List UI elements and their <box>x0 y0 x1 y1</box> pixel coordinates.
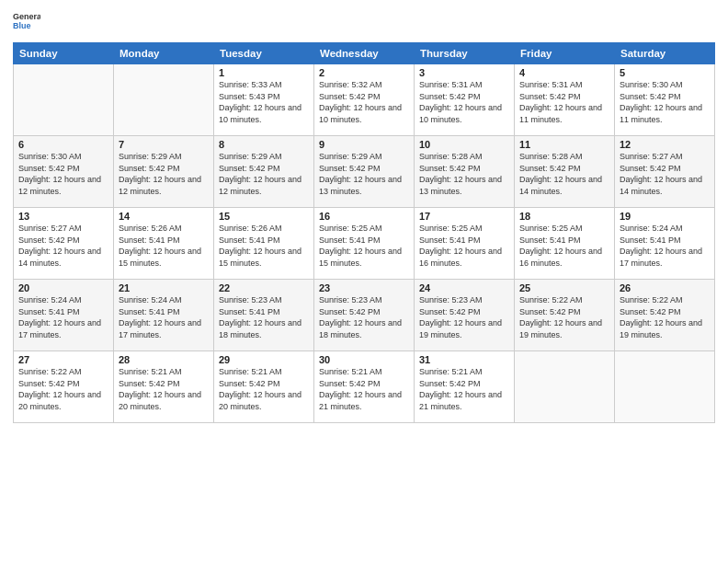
day-number: 19 <box>620 211 710 222</box>
calendar-cell: 13Sunrise: 5:27 AM Sunset: 5:42 PM Dayli… <box>14 208 114 280</box>
day-info: Sunrise: 5:29 AM Sunset: 5:42 PM Dayligh… <box>219 151 309 197</box>
calendar-cell: 21Sunrise: 5:24 AM Sunset: 5:41 PM Dayli… <box>114 280 214 351</box>
day-info: Sunrise: 5:25 AM Sunset: 5:41 PM Dayligh… <box>419 223 509 269</box>
svg-text:General: General <box>13 12 40 21</box>
calendar-cell: 2Sunrise: 5:32 AM Sunset: 5:42 PM Daylig… <box>314 64 415 136</box>
header: General Blue <box>13 9 715 37</box>
svg-text:Blue: Blue <box>13 21 31 30</box>
calendar-cell: 7Sunrise: 5:29 AM Sunset: 5:42 PM Daylig… <box>114 136 214 208</box>
calendar-cell: 10Sunrise: 5:28 AM Sunset: 5:42 PM Dayli… <box>415 136 515 208</box>
weekday-header-row: SundayMondayTuesdayWednesdayThursdayFrid… <box>14 43 715 64</box>
day-number: 22 <box>219 282 309 293</box>
calendar-week-row: 13Sunrise: 5:27 AM Sunset: 5:42 PM Dayli… <box>14 208 715 280</box>
calendar-cell: 8Sunrise: 5:29 AM Sunset: 5:42 PM Daylig… <box>214 136 314 208</box>
calendar-week-row: 20Sunrise: 5:24 AM Sunset: 5:41 PM Dayli… <box>14 280 715 351</box>
calendar-week-row: 1Sunrise: 5:33 AM Sunset: 5:43 PM Daylig… <box>14 64 715 136</box>
day-info: Sunrise: 5:22 AM Sunset: 5:42 PM Dayligh… <box>519 294 609 340</box>
calendar-table: SundayMondayTuesdayWednesdayThursdayFrid… <box>13 42 715 423</box>
day-info: Sunrise: 5:33 AM Sunset: 5:43 PM Dayligh… <box>219 79 309 125</box>
calendar-cell: 16Sunrise: 5:25 AM Sunset: 5:41 PM Dayli… <box>314 208 415 280</box>
day-number: 5 <box>620 67 710 78</box>
weekday-header-tuesday: Tuesday <box>214 43 314 64</box>
calendar-cell: 17Sunrise: 5:25 AM Sunset: 5:41 PM Dayli… <box>415 208 515 280</box>
day-number: 4 <box>519 67 609 78</box>
calendar-cell: 3Sunrise: 5:31 AM Sunset: 5:42 PM Daylig… <box>415 64 515 136</box>
day-number: 25 <box>519 282 609 293</box>
calendar-cell: 31Sunrise: 5:21 AM Sunset: 5:42 PM Dayli… <box>415 351 515 423</box>
day-info: Sunrise: 5:22 AM Sunset: 5:42 PM Dayligh… <box>18 366 108 412</box>
day-number: 24 <box>419 282 509 293</box>
day-number: 3 <box>419 67 509 78</box>
calendar-cell: 1Sunrise: 5:33 AM Sunset: 5:43 PM Daylig… <box>214 64 314 136</box>
day-info: Sunrise: 5:29 AM Sunset: 5:42 PM Dayligh… <box>319 151 409 197</box>
weekday-header-thursday: Thursday <box>415 43 515 64</box>
day-info: Sunrise: 5:21 AM Sunset: 5:42 PM Dayligh… <box>419 366 509 412</box>
day-info: Sunrise: 5:23 AM Sunset: 5:41 PM Dayligh… <box>219 294 309 340</box>
day-info: Sunrise: 5:24 AM Sunset: 5:41 PM Dayligh… <box>119 294 209 340</box>
calendar-cell: 23Sunrise: 5:23 AM Sunset: 5:42 PM Dayli… <box>314 280 415 351</box>
day-number: 28 <box>119 354 209 365</box>
calendar-week-row: 6Sunrise: 5:30 AM Sunset: 5:42 PM Daylig… <box>14 136 715 208</box>
calendar-cell <box>14 64 114 136</box>
day-info: Sunrise: 5:32 AM Sunset: 5:42 PM Dayligh… <box>319 79 409 125</box>
calendar-cell: 29Sunrise: 5:21 AM Sunset: 5:42 PM Dayli… <box>214 351 314 423</box>
day-info: Sunrise: 5:31 AM Sunset: 5:42 PM Dayligh… <box>519 79 609 125</box>
weekday-header-sunday: Sunday <box>14 43 114 64</box>
calendar-cell: 20Sunrise: 5:24 AM Sunset: 5:41 PM Dayli… <box>14 280 114 351</box>
day-number: 21 <box>119 282 209 293</box>
calendar-cell: 22Sunrise: 5:23 AM Sunset: 5:41 PM Dayli… <box>214 280 314 351</box>
day-info: Sunrise: 5:30 AM Sunset: 5:42 PM Dayligh… <box>18 151 108 197</box>
weekday-header-friday: Friday <box>515 43 615 64</box>
calendar-cell: 24Sunrise: 5:23 AM Sunset: 5:42 PM Dayli… <box>415 280 515 351</box>
day-info: Sunrise: 5:25 AM Sunset: 5:41 PM Dayligh… <box>319 223 409 269</box>
calendar-cell: 11Sunrise: 5:28 AM Sunset: 5:42 PM Dayli… <box>515 136 615 208</box>
day-info: Sunrise: 5:21 AM Sunset: 5:42 PM Dayligh… <box>119 366 209 412</box>
calendar-cell: 12Sunrise: 5:27 AM Sunset: 5:42 PM Dayli… <box>615 136 715 208</box>
day-number: 12 <box>620 139 710 150</box>
calendar-cell: 5Sunrise: 5:30 AM Sunset: 5:42 PM Daylig… <box>615 64 715 136</box>
logo: General Blue <box>13 9 40 37</box>
calendar-week-row: 27Sunrise: 5:22 AM Sunset: 5:42 PM Dayli… <box>14 351 715 423</box>
calendar-cell: 18Sunrise: 5:25 AM Sunset: 5:41 PM Dayli… <box>515 208 615 280</box>
day-number: 30 <box>319 354 409 365</box>
calendar-cell: 15Sunrise: 5:26 AM Sunset: 5:41 PM Dayli… <box>214 208 314 280</box>
day-number: 29 <box>219 354 309 365</box>
day-number: 17 <box>419 211 509 222</box>
day-number: 1 <box>219 67 309 78</box>
day-info: Sunrise: 5:23 AM Sunset: 5:42 PM Dayligh… <box>319 294 409 340</box>
day-info: Sunrise: 5:24 AM Sunset: 5:41 PM Dayligh… <box>620 223 710 269</box>
calendar-cell: 30Sunrise: 5:21 AM Sunset: 5:42 PM Dayli… <box>314 351 415 423</box>
day-info: Sunrise: 5:21 AM Sunset: 5:42 PM Dayligh… <box>319 366 409 412</box>
calendar-cell <box>114 64 214 136</box>
calendar-cell: 14Sunrise: 5:26 AM Sunset: 5:41 PM Dayli… <box>114 208 214 280</box>
calendar-cell: 26Sunrise: 5:22 AM Sunset: 5:42 PM Dayli… <box>615 280 715 351</box>
day-info: Sunrise: 5:22 AM Sunset: 5:42 PM Dayligh… <box>620 294 710 340</box>
day-number: 11 <box>519 139 609 150</box>
day-number: 7 <box>119 139 209 150</box>
day-number: 31 <box>419 354 509 365</box>
day-number: 6 <box>18 139 108 150</box>
day-info: Sunrise: 5:30 AM Sunset: 5:42 PM Dayligh… <box>620 79 710 125</box>
calendar-cell <box>615 351 715 423</box>
calendar-cell: 28Sunrise: 5:21 AM Sunset: 5:42 PM Dayli… <box>114 351 214 423</box>
calendar-cell: 19Sunrise: 5:24 AM Sunset: 5:41 PM Dayli… <box>615 208 715 280</box>
day-info: Sunrise: 5:27 AM Sunset: 5:42 PM Dayligh… <box>18 223 108 269</box>
calendar-cell: 4Sunrise: 5:31 AM Sunset: 5:42 PM Daylig… <box>515 64 615 136</box>
weekday-header-monday: Monday <box>114 43 214 64</box>
day-number: 13 <box>18 211 108 222</box>
day-number: 15 <box>219 211 309 222</box>
day-info: Sunrise: 5:25 AM Sunset: 5:41 PM Dayligh… <box>519 223 609 269</box>
day-number: 27 <box>18 354 108 365</box>
day-info: Sunrise: 5:31 AM Sunset: 5:42 PM Dayligh… <box>419 79 509 125</box>
day-info: Sunrise: 5:29 AM Sunset: 5:42 PM Dayligh… <box>119 151 209 197</box>
day-info: Sunrise: 5:24 AM Sunset: 5:41 PM Dayligh… <box>18 294 108 340</box>
day-number: 10 <box>419 139 509 150</box>
calendar-cell: 6Sunrise: 5:30 AM Sunset: 5:42 PM Daylig… <box>14 136 114 208</box>
day-info: Sunrise: 5:21 AM Sunset: 5:42 PM Dayligh… <box>219 366 309 412</box>
day-number: 16 <box>319 211 409 222</box>
day-number: 26 <box>620 282 710 293</box>
day-info: Sunrise: 5:27 AM Sunset: 5:42 PM Dayligh… <box>620 151 710 197</box>
day-number: 18 <box>519 211 609 222</box>
day-info: Sunrise: 5:26 AM Sunset: 5:41 PM Dayligh… <box>119 223 209 269</box>
calendar-cell: 9Sunrise: 5:29 AM Sunset: 5:42 PM Daylig… <box>314 136 415 208</box>
